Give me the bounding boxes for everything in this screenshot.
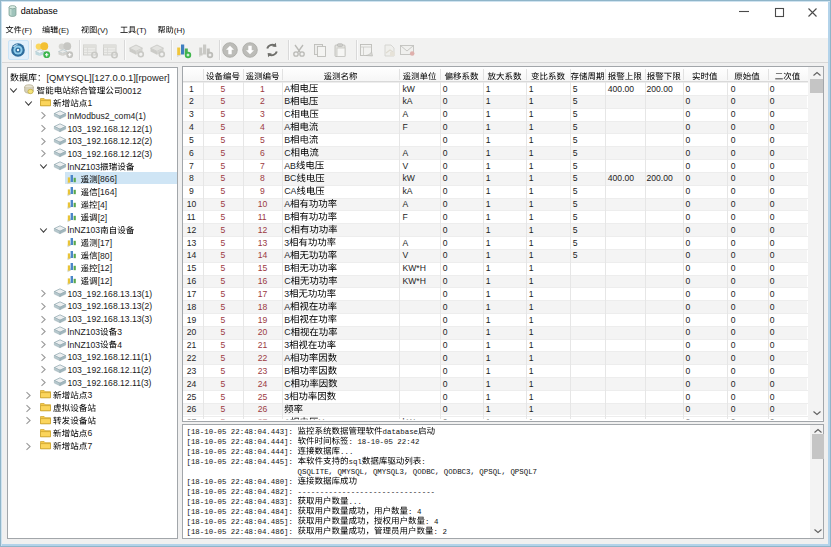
svg-text:3: 3: [260, 109, 265, 119]
svg-text:A: A: [403, 199, 409, 209]
svg-text:5: 5: [221, 96, 226, 106]
svg-text:BC: BC: [284, 173, 297, 183]
svg-text:C: C: [284, 379, 291, 389]
svg-text:0: 0: [731, 302, 736, 312]
svg-text:0: 0: [443, 417, 448, 427]
svg-text:1: 1: [529, 212, 534, 222]
svg-text:26: 26: [187, 404, 197, 414]
svg-text:103_192.168.12.11(2): 103_192.168.12.11(2): [68, 365, 152, 375]
svg-text:9: 9: [189, 186, 194, 196]
svg-text:1: 1: [529, 250, 534, 260]
svg-text:1: 1: [529, 238, 534, 248]
svg-text:5: 5: [221, 122, 226, 132]
svg-text:0: 0: [770, 96, 775, 106]
svg-text:[18-10-05 22:48:04.444]:: [18-10-05 22:48:04.444]:: [187, 438, 293, 446]
svg-text:H: H: [318, 417, 324, 427]
svg-text:lnModbus2_com4(1): lnModbus2_com4(1): [68, 111, 146, 121]
svg-text:5: 5: [221, 173, 226, 183]
svg-text:1: 1: [529, 353, 534, 363]
svg-text:1: 1: [486, 238, 491, 248]
svg-text:0: 0: [731, 122, 736, 132]
svg-text:0: 0: [770, 353, 775, 363]
svg-text:A: A: [403, 238, 409, 248]
svg-text:21: 21: [258, 340, 268, 350]
svg-text:0: 0: [731, 276, 736, 286]
svg-text:12: 12: [258, 225, 268, 235]
svg-text:5: 5: [221, 263, 226, 273]
svg-text:0: 0: [770, 199, 775, 209]
svg-text:8: 8: [260, 173, 265, 183]
svg-text:200.00: 200.00: [647, 173, 674, 183]
svg-text:0: 0: [731, 315, 736, 325]
svg-text:5: 5: [221, 186, 226, 196]
svg-text:0: 0: [770, 225, 775, 235]
svg-text:7: 7: [87, 441, 92, 451]
svg-text:7: 7: [260, 161, 265, 171]
svg-text:1: 1: [529, 161, 534, 171]
svg-text:4: 4: [260, 122, 265, 132]
svg-text:lnNZ103: lnNZ103: [68, 225, 101, 235]
svg-text:0: 0: [443, 109, 448, 119]
svg-text:1: 1: [529, 109, 534, 119]
svg-text:1: 1: [486, 302, 491, 312]
svg-text:5: 5: [221, 148, 226, 158]
svg-text:5: 5: [221, 289, 226, 299]
svg-text:5: 5: [221, 109, 226, 119]
svg-text:400.00: 400.00: [608, 173, 635, 183]
svg-text:0: 0: [686, 379, 691, 389]
svg-text:5: 5: [221, 340, 226, 350]
svg-text:8: 8: [189, 173, 194, 183]
svg-text:0: 0: [731, 417, 736, 427]
svg-text:3: 3: [117, 327, 122, 337]
svg-text:QSQLITE, QMYSQL, QMYSQL3, QODB: QSQLITE, QMYSQL, QMYSQL3, QODBC, QODBC3,…: [298, 468, 538, 476]
svg-text:23: 23: [258, 366, 268, 376]
svg-text:A: A: [284, 302, 290, 312]
svg-text:0: 0: [770, 289, 775, 299]
svg-text:1: 1: [486, 135, 491, 145]
svg-text:0: 0: [770, 276, 775, 286]
svg-text:0: 0: [443, 353, 448, 363]
svg-text:[17]: [17]: [98, 238, 112, 248]
svg-text:0: 0: [731, 84, 736, 94]
svg-text:0: 0: [686, 122, 691, 132]
svg-text:5: 5: [573, 199, 578, 209]
svg-text:0: 0: [770, 379, 775, 389]
svg-text:F: F: [403, 122, 408, 132]
svg-text:0: 0: [731, 250, 736, 260]
svg-text:5: 5: [573, 186, 578, 196]
svg-text:400.00: 400.00: [608, 84, 635, 94]
svg-text:1: 1: [529, 366, 534, 376]
svg-text:0: 0: [770, 340, 775, 350]
svg-text:27: 27: [258, 417, 268, 427]
svg-text:lnNZ103: lnNZ103: [68, 162, 101, 172]
svg-text:[18-10-05 22:48:04.483]:: [18-10-05 22:48:04.483]:: [187, 498, 293, 506]
svg-text:0: 0: [443, 379, 448, 389]
svg-text:1: 1: [486, 289, 491, 299]
svg-text:A: A: [403, 148, 409, 158]
svg-text:21: 21: [187, 340, 197, 350]
svg-text:19: 19: [258, 315, 268, 325]
svg-text:1: 1: [486, 404, 491, 414]
svg-text:0: 0: [731, 392, 736, 402]
svg-text:B: B: [284, 263, 290, 273]
svg-text:...: ...: [340, 448, 353, 456]
svg-text:0: 0: [686, 109, 691, 119]
svg-text:0: 0: [770, 161, 775, 171]
svg-text:3: 3: [284, 238, 289, 248]
svg-text:0: 0: [770, 263, 775, 273]
svg-text:5: 5: [189, 135, 194, 145]
svg-text:0: 0: [686, 315, 691, 325]
svg-text:0: 0: [443, 327, 448, 337]
svg-text:0: 0: [686, 353, 691, 363]
svg-text:17: 17: [258, 289, 268, 299]
svg-text:(E): (E): [58, 26, 69, 35]
svg-text:14: 14: [187, 250, 197, 260]
svg-text::: :: [421, 458, 425, 466]
svg-text:0: 0: [443, 315, 448, 325]
svg-text:103_192.168.13.13(2): 103_192.168.13.13(2): [68, 301, 153, 311]
svg-text:KW*H: KW*H: [403, 276, 426, 286]
svg-text:AB: AB: [284, 161, 296, 171]
svg-text:A: A: [284, 84, 290, 94]
svg-text:5: 5: [221, 392, 226, 402]
svg-text:------------------------------: -------------------------------: [298, 488, 436, 496]
